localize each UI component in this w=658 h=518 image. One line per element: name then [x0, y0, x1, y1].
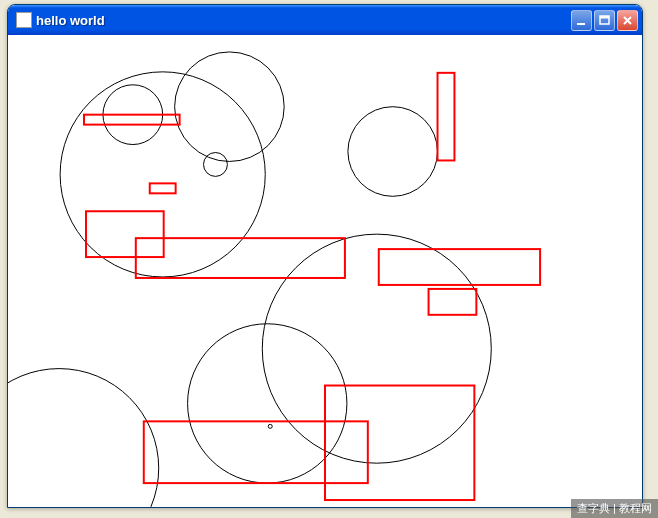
window-controls — [571, 10, 638, 31]
rectangle-shape — [86, 211, 164, 257]
circle-shape — [204, 153, 228, 177]
drawing-canvas — [8, 35, 642, 507]
rectangle-shape — [379, 249, 540, 285]
rectangle-shape — [150, 183, 176, 193]
window-title: hello world — [36, 13, 571, 28]
circle-shape — [268, 424, 272, 428]
rectangle-shape — [144, 421, 368, 483]
canvas-area — [8, 35, 642, 507]
titlebar[interactable]: hello world — [8, 5, 642, 35]
maximize-button[interactable] — [594, 10, 615, 31]
rectangle-shape — [429, 289, 477, 315]
rectangle-shape — [136, 238, 345, 278]
app-icon — [16, 12, 32, 28]
close-button[interactable] — [617, 10, 638, 31]
rectangle-shape — [438, 73, 455, 161]
circle-shape — [188, 324, 347, 483]
svg-rect-2 — [600, 16, 609, 19]
circle-shape — [175, 52, 285, 162]
rectangle-shape — [84, 115, 180, 125]
watermark: 查字典 | 教程网 — [571, 499, 658, 518]
minimize-button[interactable] — [571, 10, 592, 31]
application-window: hello world — [7, 4, 643, 508]
circle-shape — [8, 369, 159, 507]
svg-rect-0 — [577, 23, 585, 25]
circle-shape — [348, 107, 438, 197]
circle-shape — [262, 234, 491, 463]
